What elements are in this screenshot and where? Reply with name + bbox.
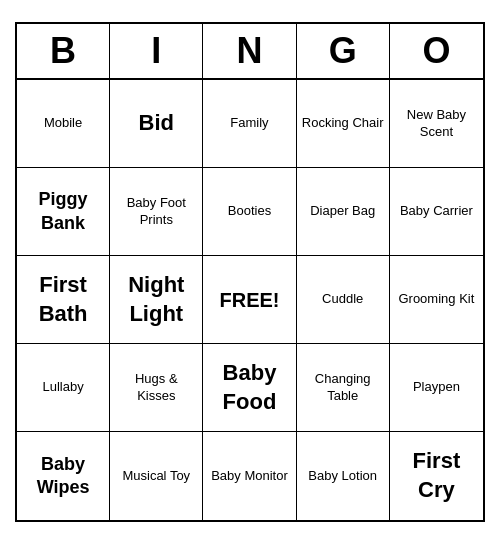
bingo-cell: Changing Table bbox=[297, 344, 390, 432]
bingo-cell: Baby Carrier bbox=[390, 168, 483, 256]
bingo-cell: Night Light bbox=[110, 256, 203, 344]
bingo-cell: Baby Food bbox=[203, 344, 296, 432]
bingo-card: BINGO MobileBidFamilyRocking ChairNew Ba… bbox=[15, 22, 485, 522]
bingo-cell: Family bbox=[203, 80, 296, 168]
bingo-grid: MobileBidFamilyRocking ChairNew Baby Sce… bbox=[17, 80, 483, 520]
bingo-cell: First Bath bbox=[17, 256, 110, 344]
bingo-cell: FREE! bbox=[203, 256, 296, 344]
bingo-cell: First Cry bbox=[390, 432, 483, 520]
bingo-cell: Musical Toy bbox=[110, 432, 203, 520]
bingo-cell: Mobile bbox=[17, 80, 110, 168]
bingo-cell: Lullaby bbox=[17, 344, 110, 432]
header-letter: B bbox=[17, 24, 110, 78]
bingo-cell: Grooming Kit bbox=[390, 256, 483, 344]
bingo-cell: Piggy Bank bbox=[17, 168, 110, 256]
bingo-cell: Baby Foot Prints bbox=[110, 168, 203, 256]
bingo-cell: Baby Wipes bbox=[17, 432, 110, 520]
bingo-cell: Rocking Chair bbox=[297, 80, 390, 168]
header-letter: O bbox=[390, 24, 483, 78]
bingo-cell: Baby Monitor bbox=[203, 432, 296, 520]
bingo-cell: Diaper Bag bbox=[297, 168, 390, 256]
header-letter: I bbox=[110, 24, 203, 78]
bingo-cell: Hugs & Kisses bbox=[110, 344, 203, 432]
bingo-cell: Booties bbox=[203, 168, 296, 256]
header-letter: G bbox=[297, 24, 390, 78]
bingo-header: BINGO bbox=[17, 24, 483, 80]
bingo-cell: Baby Lotion bbox=[297, 432, 390, 520]
header-letter: N bbox=[203, 24, 296, 78]
bingo-cell: Cuddle bbox=[297, 256, 390, 344]
bingo-cell: Bid bbox=[110, 80, 203, 168]
bingo-cell: New Baby Scent bbox=[390, 80, 483, 168]
bingo-cell: Playpen bbox=[390, 344, 483, 432]
